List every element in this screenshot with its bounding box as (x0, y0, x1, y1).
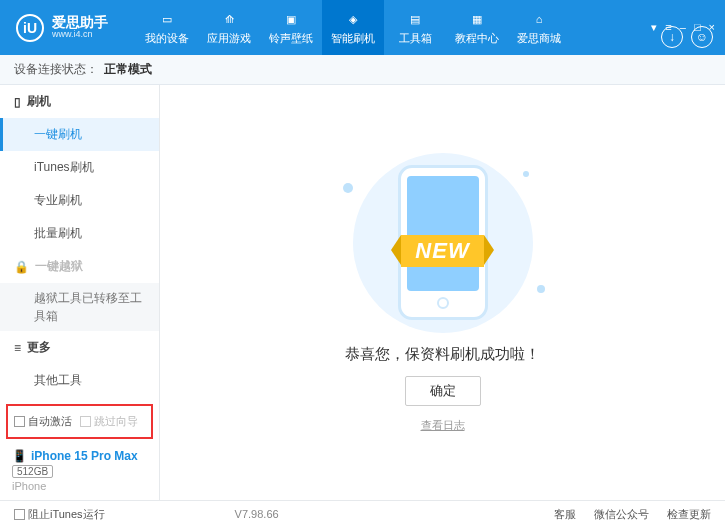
more-icon: ≡ (14, 341, 21, 355)
menu-icon[interactable]: ▾ (651, 21, 657, 34)
footer-link-support[interactable]: 客服 (554, 507, 576, 522)
download-button[interactable]: ↓ (661, 26, 683, 48)
checkbox-icon (14, 416, 25, 427)
footer: 阻止iTunes运行 V7.98.66 客服 微信公众号 检查更新 (0, 500, 725, 527)
flash-group-icon: ▯ (14, 95, 21, 109)
checkbox-block-itunes[interactable]: 阻止iTunes运行 (14, 507, 105, 522)
sidebar-item-pro[interactable]: 专业刷机 (0, 184, 159, 217)
sidebar-item-itunes[interactable]: iTunes刷机 (0, 151, 159, 184)
lock-icon: 🔒 (14, 260, 29, 274)
device-info[interactable]: 📱iPhone 15 Pro Max 512GB iPhone (0, 445, 159, 500)
app-title: 爱思助手 (52, 15, 108, 30)
checkbox-auto-activate[interactable]: 自动激活 (14, 414, 72, 429)
sidebar-section-jailbreak: 🔒一键越狱 (0, 250, 159, 283)
checkbox-skip-guide: 跳过向导 (80, 414, 138, 429)
image-icon: ▣ (281, 9, 301, 29)
footer-link-wechat[interactable]: 微信公众号 (594, 507, 649, 522)
apps-icon: ⟰ (219, 9, 239, 29)
tab-flash[interactable]: ◈智能刷机 (322, 0, 384, 55)
tab-tools[interactable]: ▤工具箱 (384, 0, 446, 55)
book-icon: ▦ (467, 9, 487, 29)
sidebar-item-other[interactable]: 其他工具 (0, 364, 159, 397)
status-bar: 设备连接状态： 正常模式 (0, 55, 725, 85)
logo-icon: iU (16, 14, 44, 42)
status-value: 正常模式 (104, 61, 152, 78)
sidebar-jailbreak-note: 越狱工具已转移至工具箱 (0, 283, 159, 331)
device-model: iPhone (12, 480, 147, 492)
tab-store[interactable]: ⌂爱思商城 (508, 0, 570, 55)
main-content: NEW 恭喜您，保资料刷机成功啦！ 确定 查看日志 (160, 85, 725, 500)
version-label: V7.98.66 (235, 508, 279, 520)
app-header: iU 爱思助手 www.i4.cn ▭我的设备 ⟰应用游戏 ▣铃声壁纸 ◈智能刷… (0, 0, 725, 55)
tab-tutorials[interactable]: ▦教程中心 (446, 0, 508, 55)
tab-ringtones[interactable]: ▣铃声壁纸 (260, 0, 322, 55)
new-banner: NEW (401, 235, 483, 267)
phone-icon: ▭ (157, 9, 177, 29)
sidebar: ▯刷机 一键刷机 iTunes刷机 专业刷机 批量刷机 🔒一键越狱 越狱工具已转… (0, 85, 160, 500)
view-log-link[interactable]: 查看日志 (421, 418, 465, 433)
logo: iU 爱思助手 www.i4.cn (16, 14, 136, 42)
nav-tabs: ▭我的设备 ⟰应用游戏 ▣铃声壁纸 ◈智能刷机 ▤工具箱 ▦教程中心 ⌂爱思商城 (136, 0, 570, 55)
options-highlight-box: 自动激活 跳过向导 (6, 404, 153, 439)
sidebar-section-flash[interactable]: ▯刷机 (0, 85, 159, 118)
sidebar-section-more[interactable]: ≡更多 (0, 331, 159, 364)
sidebar-item-oneclick[interactable]: 一键刷机 (0, 118, 159, 151)
device-phone-icon: 📱 (12, 449, 27, 463)
tab-apps[interactable]: ⟰应用游戏 (198, 0, 260, 55)
app-url: www.i4.cn (52, 30, 108, 40)
sidebar-item-batch[interactable]: 批量刷机 (0, 217, 159, 250)
success-illustration: NEW (333, 153, 553, 333)
flash-icon: ◈ (343, 9, 363, 29)
tab-my-device[interactable]: ▭我的设备 (136, 0, 198, 55)
footer-link-update[interactable]: 检查更新 (667, 507, 711, 522)
status-label: 设备连接状态： (14, 61, 98, 78)
success-message: 恭喜您，保资料刷机成功啦！ (345, 345, 540, 364)
checkbox-icon (14, 509, 25, 520)
cart-icon: ⌂ (529, 9, 549, 29)
sidebar-item-firmware[interactable]: 下载固件 (0, 397, 159, 402)
device-storage: 512GB (12, 465, 53, 478)
toolbox-icon: ▤ (405, 9, 425, 29)
user-button[interactable]: ☺ (691, 26, 713, 48)
checkbox-icon (80, 416, 91, 427)
ok-button[interactable]: 确定 (405, 376, 481, 406)
